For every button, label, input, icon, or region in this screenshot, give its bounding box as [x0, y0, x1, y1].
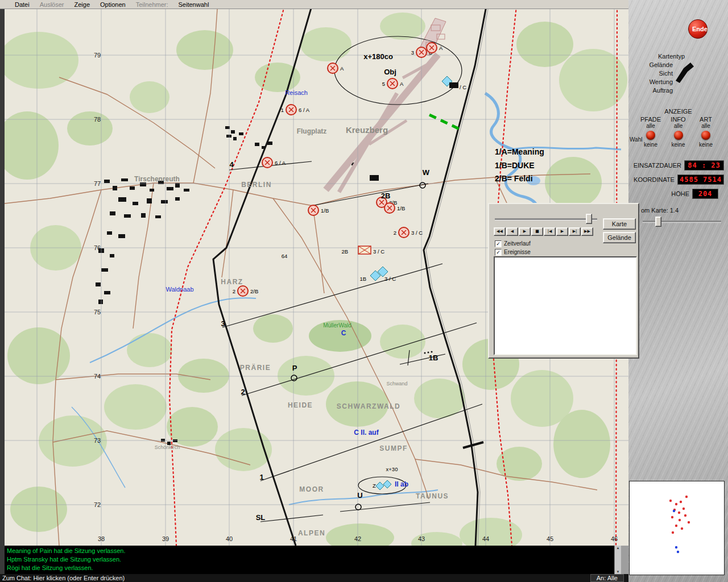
map-label: Reisach: [285, 89, 308, 96]
menu-seitenwahl[interactable]: Seitenwahl: [179, 1, 209, 8]
menu-optionen[interactable]: Optionen: [100, 1, 126, 8]
svg-text:3 / C: 3 / C: [411, 230, 423, 236]
anzeige-col-bottom: keine: [665, 142, 692, 148]
chat-log[interactable]: Meaning of Pain hat die Sitzung verlasse…: [5, 546, 621, 574]
timeline-slider-track[interactable]: [495, 218, 597, 221]
menu-datei[interactable]: Datei: [15, 1, 30, 8]
menu-auslser: Auslöser: [40, 1, 64, 8]
map-label: II ab: [395, 480, 408, 488]
grid-label-x: 38: [98, 535, 105, 542]
minimap-dot: [680, 501, 682, 503]
minimap-dot: [679, 519, 681, 521]
map-label: Waldnaab: [166, 286, 193, 293]
knob-icon[interactable]: [674, 131, 683, 140]
event-list[interactable]: [494, 256, 637, 355]
menubar: DateiAuslöserZeigeOptionenTeilnehmer:Sei…: [0, 0, 628, 9]
knob-icon[interactable]: [646, 131, 655, 140]
kartentyp-option-auftrag[interactable]: Auftrag: [628, 86, 673, 95]
map-label: 1: [259, 473, 263, 481]
overview-minimap[interactable]: [629, 481, 725, 575]
readout-label: EINSATZDAUER: [634, 162, 681, 169]
map-label: Kreuzberg: [346, 125, 388, 135]
playback-button-4[interactable]: |◀: [544, 227, 556, 236]
kartentyp-option-sicht[interactable]: Sicht: [628, 69, 673, 78]
status-bar: Zum Chat: Hier klicken (oder Enter drück…: [0, 574, 628, 582]
grid-label-x: 45: [547, 535, 553, 542]
minimap-dot: [672, 531, 674, 534]
minimap-dot: [671, 516, 673, 518]
map-label: HARZ: [221, 278, 243, 286]
map-label: 1/A=Meaning: [495, 147, 544, 156]
grid-label-x: 44: [482, 535, 489, 542]
knob-icon[interactable]: [701, 131, 710, 140]
playback-panel: ◀◀◀▶■|◀▶▶|▶▶ Karte Gelände ✓Zeitverlauf✓…: [488, 203, 639, 359]
svg-text:A: A: [400, 81, 404, 87]
map-label: 1B: [359, 276, 366, 282]
recipient-selector[interactable]: An: Alle: [590, 574, 624, 582]
svg-text:1/B: 1/B: [397, 205, 405, 211]
anzeige-col-info: INFOallekeine: [665, 116, 692, 148]
readout-koordinate: KOORDINATE4585 7514: [628, 174, 725, 185]
playback-button-3[interactable]: ■: [531, 227, 543, 236]
grid-label-x: 43: [418, 535, 425, 542]
ende-button[interactable]: Ende: [688, 19, 708, 39]
kartentyp-option-gelände[interactable]: Gelände: [628, 61, 673, 69]
readout-value: 204: [692, 189, 718, 199]
playback-button-5[interactable]: ▶: [556, 227, 568, 236]
map-label: MOOR: [299, 485, 324, 493]
zoom-karte-label: om Karte: 1.4: [641, 207, 679, 214]
minimap-dot: [669, 500, 672, 502]
map-label: 2B: [341, 248, 348, 255]
minimap-dot: [685, 496, 688, 498]
chat-message: Hptm Stransky hat die Sitzung verlassen.: [7, 555, 619, 564]
playback-button-2[interactable]: ▶: [519, 227, 531, 236]
anzeige-col-top: alle: [638, 123, 664, 129]
playback-button-6[interactable]: ▶|: [569, 227, 581, 236]
svg-text:A: A: [340, 65, 344, 72]
playback-button-0[interactable]: ◀◀: [494, 227, 506, 236]
chat-scrollbar[interactable]: ▲▼: [614, 546, 621, 574]
unit-symbol-rect[interactable]: [449, 82, 458, 88]
grid-label-x: 40: [226, 535, 233, 542]
grid-label-y: 73: [94, 437, 101, 444]
map-label: x+30: [386, 466, 398, 472]
playback-checkboxes: ✓Zeitverlauf✓Ereignisse: [495, 239, 531, 256]
menu-teilnehmer: Teilnehmer:: [136, 1, 168, 8]
minimap-dot: [675, 525, 677, 527]
anzeige-col-pfade: PFADEallekeine: [638, 116, 664, 148]
checkbox-zeitverlauf[interactable]: ✓Zeitverlauf: [495, 239, 531, 248]
unit-symbol-rect[interactable]: [370, 175, 379, 181]
zoom-slider-thumb[interactable]: [655, 217, 661, 227]
map-label: ALPEN: [298, 529, 325, 537]
checkbox-box[interactable]: ✓: [495, 240, 502, 247]
minimap-dot: [675, 546, 677, 548]
minimap-dot: [684, 514, 686, 517]
menu-zeige[interactable]: Zeige: [74, 1, 90, 8]
kartentyp-option-wertung[interactable]: Wertung: [628, 78, 673, 86]
kartentyp-options: GeländeSichtWertungAuftrag: [628, 61, 673, 95]
gelaende-button[interactable]: Gelände: [603, 232, 636, 243]
karte-button[interactable]: Karte: [603, 218, 636, 230]
svg-text:1: 1: [281, 107, 284, 113]
checkbox-ereignisse[interactable]: ✓Ereignisse: [495, 248, 531, 256]
zoom-slider-track[interactable]: [643, 221, 721, 223]
checkbox-box[interactable]: ✓: [495, 249, 502, 256]
chat-hint[interactable]: Zum Chat: Hier klicken (oder Enter drück…: [2, 575, 125, 581]
map-label: SCHWARZWALD: [337, 402, 401, 410]
grid-label-x: 46: [611, 535, 618, 542]
unit-symbol-env[interactable]: [358, 246, 371, 254]
kartentyp-title: Kartentyp: [658, 53, 685, 60]
map-label: U: [357, 491, 362, 500]
playback-button-7[interactable]: ▶▶: [581, 227, 593, 236]
minimap-dot: [681, 527, 683, 530]
svg-text:5: 5: [382, 81, 385, 87]
timeline-slider-thumb[interactable]: [586, 214, 592, 224]
minimap-dot: [677, 551, 679, 553]
map-label: 3 / C: [384, 276, 396, 282]
map-label: HEIDE: [288, 401, 313, 409]
grid-label-x: 41: [290, 535, 297, 542]
readouts: EINSATZDAUER84 : 23KOORDINATE4585 7514HÖ…: [628, 160, 725, 203]
anzeige-col-name: PFADE: [638, 116, 664, 123]
playback-button-1[interactable]: ◀: [506, 227, 518, 236]
map-frame: [0, 9, 5, 574]
